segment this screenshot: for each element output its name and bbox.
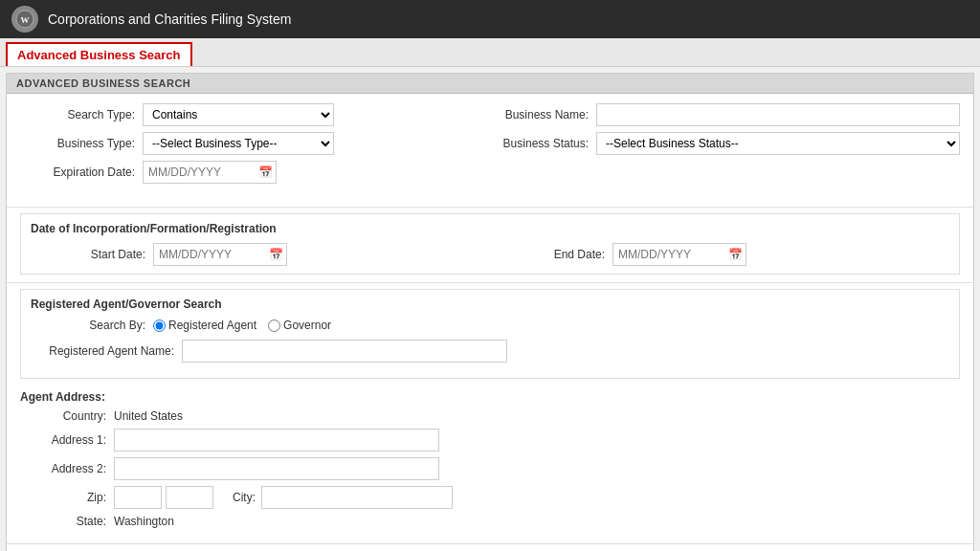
- zip-city-row: Zip: City:: [20, 486, 960, 509]
- business-type-label: Business Type:: [20, 137, 135, 150]
- search-type-group: Search Type: Contains Starts With Exact …: [20, 103, 474, 126]
- tab-bar: Advanced Business Search: [0, 38, 980, 67]
- radio-governor[interactable]: [268, 320, 280, 332]
- search-type-select[interactable]: Contains Starts With Exact Match: [143, 103, 334, 126]
- agent-name-row: Registered Agent Name:: [31, 340, 949, 363]
- radio-registered-agent-label[interactable]: Registered Agent: [153, 319, 256, 332]
- business-status-select[interactable]: --Select Business Status--: [596, 132, 960, 155]
- country-label: Country:: [20, 409, 106, 423]
- zip-input1[interactable]: [114, 486, 162, 509]
- city-input[interactable]: [261, 486, 453, 509]
- start-date-label: Start Date:: [31, 248, 145, 261]
- search-by-radio-group: Registered Agent Governor: [153, 319, 331, 332]
- address-section-title: Agent Address:: [20, 390, 960, 404]
- end-date-label: End Date:: [490, 248, 605, 261]
- main-content: ADVANCED BUSINESS SEARCH Search Type: Co…: [6, 73, 974, 551]
- search-form: Search Type: Contains Starts With Exact …: [7, 94, 973, 201]
- agent-name-input[interactable]: [182, 340, 507, 363]
- business-name-input[interactable]: [596, 103, 960, 126]
- radio-governor-text: Governor: [283, 319, 331, 332]
- business-type-group: Business Type: --Select Business Type--: [20, 132, 474, 155]
- expiration-date-input[interactable]: [143, 161, 277, 184]
- form-row-3: Expiration Date: 📅: [20, 161, 960, 184]
- address2-label: Address 2:: [20, 462, 106, 475]
- country-row: Country: United States: [20, 409, 960, 423]
- end-date-wrapper: 📅: [612, 243, 746, 266]
- form-row-2: Business Type: --Select Business Type-- …: [20, 132, 960, 155]
- agent-name-label: Registered Agent Name:: [31, 344, 174, 358]
- tab-advanced-business-search[interactable]: Advanced Business Search: [6, 42, 192, 66]
- business-type-select[interactable]: --Select Business Type--: [143, 132, 334, 155]
- end-date-group: End Date: 📅: [490, 243, 949, 266]
- address1-row: Address 1:: [20, 429, 960, 452]
- radio-governor-label[interactable]: Governor: [268, 319, 331, 332]
- app-header: W Corporations and Charities Filing Syst…: [0, 0, 980, 38]
- zip-label: Zip:: [20, 491, 106, 504]
- business-status-label: Business Status:: [474, 137, 589, 150]
- expiration-date-label: Expiration Date:: [20, 165, 135, 179]
- search-by-label: Search By:: [31, 319, 145, 332]
- start-date-wrapper: 📅: [153, 243, 287, 266]
- business-status-group: Business Status: --Select Business Statu…: [474, 132, 960, 155]
- business-name-label: Business Name:: [474, 108, 589, 121]
- start-date-group: Start Date: 📅: [31, 243, 490, 266]
- address1-label: Address 1:: [20, 433, 106, 447]
- section-header: ADVANCED BUSINESS SEARCH: [7, 74, 973, 94]
- state-row: State: Washington: [20, 515, 960, 528]
- search-by-row: Search By: Registered Agent Governor: [31, 319, 949, 332]
- state-label: State:: [20, 515, 106, 528]
- radio-registered-agent-text: Registered Agent: [168, 319, 256, 332]
- date-range-row: Start Date: 📅 End Date: 📅: [31, 243, 949, 266]
- start-date-input[interactable]: [153, 243, 287, 266]
- incorporation-section-title: Date of Incorporation/Formation/Registra…: [31, 222, 949, 235]
- end-date-input[interactable]: [612, 243, 746, 266]
- footer-note: Search historical records at the Digital…: [7, 543, 973, 551]
- address2-input[interactable]: [114, 457, 439, 480]
- incorporation-section: Date of Incorporation/Formation/Registra…: [20, 213, 960, 275]
- radio-registered-agent[interactable]: [153, 320, 166, 332]
- app-logo: W: [11, 6, 38, 33]
- country-value: United States: [114, 409, 183, 423]
- address-section: Agent Address: Country: United States Ad…: [7, 386, 973, 543]
- form-row-1: Search Type: Contains Starts With Exact …: [20, 103, 960, 126]
- agent-section: Registered Agent/Governor Search Search …: [20, 289, 960, 379]
- city-label: City:: [233, 491, 256, 504]
- zip-input2[interactable]: [166, 486, 213, 509]
- expiration-date-wrapper: 📅: [143, 161, 277, 184]
- search-type-label: Search Type:: [20, 108, 135, 121]
- header-title: Corporations and Charities Filing System: [48, 11, 291, 27]
- address2-row: Address 2:: [20, 457, 960, 480]
- address1-input[interactable]: [114, 429, 439, 452]
- business-name-group: Business Name:: [474, 103, 960, 126]
- agent-section-title: Registered Agent/Governor Search: [31, 298, 949, 311]
- state-value: Washington: [114, 515, 174, 528]
- svg-text:W: W: [21, 15, 30, 25]
